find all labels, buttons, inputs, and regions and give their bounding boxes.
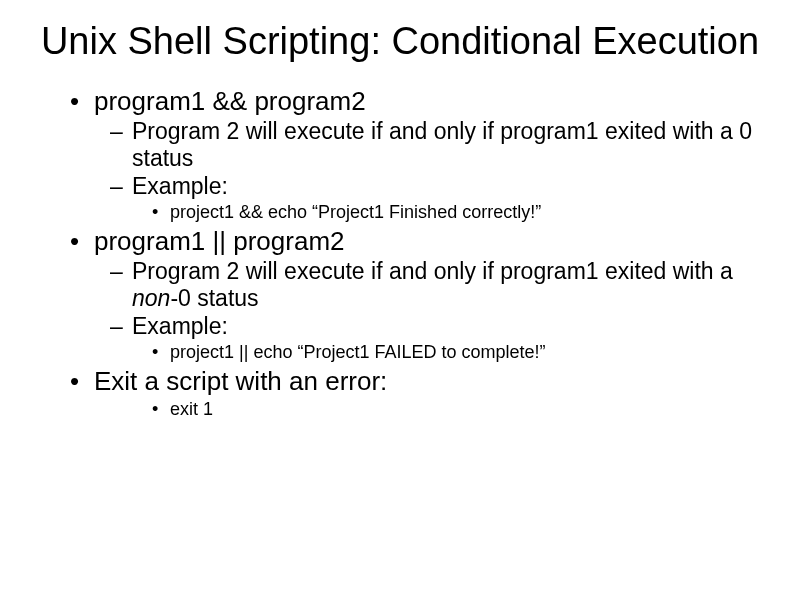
bullet-list: program1 && program2 Program 2 will exec… — [40, 86, 760, 421]
list-item: project1 && echo “Project1 Finished corr… — [152, 201, 760, 224]
slide: Unix Shell Scripting: Conditional Execut… — [0, 0, 800, 600]
list-item: Program 2 will execute if and only if pr… — [110, 118, 760, 172]
list-item: Example: — [110, 173, 760, 200]
list-item: Exit a script with an error: — [70, 366, 760, 397]
list-item: Program 2 will execute if and only if pr… — [110, 258, 760, 312]
list-item: Example: — [110, 313, 760, 340]
slide-title: Unix Shell Scripting: Conditional Execut… — [40, 20, 760, 64]
list-item: project1 || echo “Project1 FAILED to com… — [152, 341, 760, 364]
list-item: exit 1 — [152, 398, 760, 421]
list-item: program1 && program2 — [70, 86, 760, 117]
list-item: program1 || program2 — [70, 226, 760, 257]
